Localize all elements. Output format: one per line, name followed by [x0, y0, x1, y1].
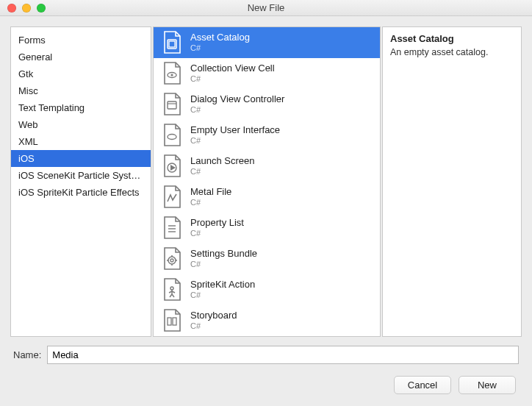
- template-sublabel: C#: [190, 291, 255, 300]
- name-label: Name:: [13, 349, 41, 360]
- metal-file-icon: [161, 186, 183, 208]
- template-list[interactable]: Asset CatalogC# Collection View CellC# D…: [154, 27, 380, 336]
- category-panel: FormsGeneralGtkMiscText TemplatingWebXML…: [10, 26, 151, 337]
- template-item[interactable]: Property ListC#: [154, 213, 380, 243]
- svg-marker-8: [170, 165, 176, 171]
- button-row: Cancel New: [10, 373, 522, 402]
- panels: FormsGeneralGtkMiscText TemplatingWebXML…: [10, 26, 522, 337]
- svg-point-18: [170, 287, 173, 290]
- template-label: Storyboard: [190, 310, 237, 321]
- svg-line-23: [172, 294, 174, 297]
- category-item[interactable]: General: [11, 49, 151, 65]
- settings-bundle-icon: [161, 248, 183, 270]
- template-item[interactable]: Asset CatalogC#: [154, 27, 380, 58]
- template-item[interactable]: Settings BundleC#: [154, 243, 380, 274]
- category-item[interactable]: Forms: [11, 32, 151, 49]
- name-row: Name:: [10, 346, 522, 364]
- view-cell-icon: [161, 63, 183, 85]
- storyboard-icon: [161, 310, 183, 332]
- template-label: Asset Catalog: [190, 32, 250, 43]
- launch-screen-icon: [161, 155, 183, 177]
- svg-rect-24: [168, 318, 171, 325]
- content: FormsGeneralGtkMiscText TemplatingWebXML…: [0, 16, 532, 406]
- empty-ui-icon: [161, 124, 183, 146]
- template-label: Collection View Cell: [190, 63, 275, 74]
- svg-rect-25: [173, 318, 176, 325]
- template-item[interactable]: Empty User InterfaceC#: [154, 120, 380, 151]
- template-sublabel: C#: [190, 321, 237, 331]
- template-item[interactable]: StoryboardC#: [154, 305, 380, 336]
- template-item[interactable]: Launch ScreenC#: [154, 151, 380, 182]
- template-sublabel: C#: [190, 105, 284, 115]
- category-item[interactable]: iOS SceneKit Particle Systems: [11, 167, 151, 184]
- cancel-button[interactable]: Cancel: [394, 376, 451, 394]
- template-sublabel: C#: [190, 260, 257, 269]
- template-label: Property List: [190, 218, 244, 229]
- template-label: Launch Screen: [190, 156, 254, 167]
- close-window-button[interactable]: [7, 4, 16, 13]
- category-list: FormsGeneralGtkMiscText TemplatingWebXML…: [11, 27, 151, 201]
- new-file-window: New File FormsGeneralGtkMiscText Templat…: [0, 0, 532, 406]
- template-sublabel: C#: [190, 136, 280, 146]
- svg-rect-1: [169, 41, 175, 47]
- description-title: Asset Catalog: [390, 33, 514, 44]
- template-label: SpriteKit Action: [190, 279, 255, 291]
- template-sublabel: C#: [190, 198, 231, 207]
- category-item[interactable]: XML: [11, 133, 151, 150]
- name-input[interactable]: [47, 346, 519, 364]
- svg-point-6: [168, 135, 176, 140]
- spritekit-action-icon: [161, 279, 183, 301]
- template-sublabel: C#: [190, 229, 244, 238]
- zoom-window-button[interactable]: [37, 4, 46, 13]
- template-sublabel: C#: [190, 43, 250, 53]
- template-label: Dialog View Controller: [190, 94, 284, 105]
- svg-line-22: [170, 294, 172, 297]
- template-item[interactable]: Collection View CellC#: [154, 58, 380, 89]
- template-label: Empty User Interface: [190, 125, 280, 136]
- svg-point-12: [168, 257, 176, 264]
- new-button[interactable]: New: [459, 376, 516, 394]
- svg-point-3: [170, 74, 173, 76]
- category-item[interactable]: iOS: [11, 150, 151, 167]
- svg-rect-4: [168, 102, 176, 109]
- template-panel: Asset CatalogC# Collection View CellC# D…: [153, 26, 381, 337]
- category-item[interactable]: Web: [11, 116, 151, 133]
- category-item[interactable]: Misc: [11, 82, 151, 99]
- svg-point-13: [170, 259, 173, 262]
- template-sublabel: C#: [190, 74, 275, 84]
- dialog-controller-icon: [161, 93, 183, 115]
- template-label: Settings Bundle: [190, 249, 257, 260]
- template-label: Metal File: [190, 187, 231, 198]
- category-item[interactable]: Text Templating: [11, 99, 151, 116]
- description-panel: Asset Catalog An empty asset catalog.: [382, 26, 522, 337]
- property-list-icon: [161, 217, 183, 239]
- category-item[interactable]: Gtk: [11, 65, 151, 82]
- minimize-window-button[interactable]: [22, 4, 31, 13]
- category-item[interactable]: iOS SpriteKit Particle Effects: [11, 184, 151, 201]
- template-sublabel: C#: [190, 167, 254, 177]
- template-item[interactable]: Dialog View ControllerC#: [154, 89, 380, 120]
- window-controls: [7, 4, 46, 13]
- window-title: New File: [0, 2, 532, 13]
- titlebar: New File: [0, 0, 532, 16]
- description-body: An empty asset catalog.: [390, 47, 514, 57]
- template-item[interactable]: SpriteKit ActionC#: [154, 274, 380, 305]
- asset-catalog-icon: [161, 32, 183, 54]
- template-item[interactable]: Metal FileC#: [154, 182, 380, 213]
